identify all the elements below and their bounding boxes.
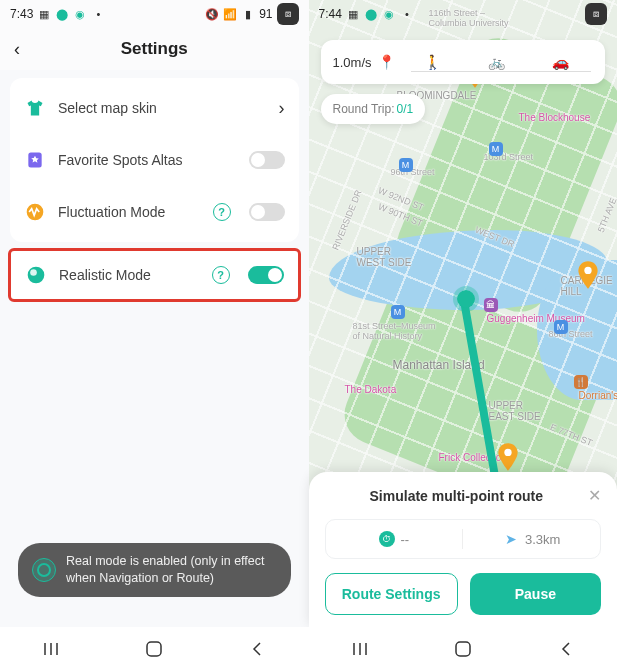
settings-list: Select map skin › Favorite Spots Altas F… — [10, 78, 299, 242]
button-label: Pause — [515, 586, 556, 602]
nav-back[interactable] — [555, 638, 577, 660]
metro-icon: M — [554, 320, 568, 334]
svg-point-3 — [30, 269, 37, 276]
highlight-realistic-mode: Realistic Mode ? — [8, 248, 301, 302]
map-label: UPPER EAST SIDE — [489, 400, 541, 422]
map-label: Guggenheim Museum — [487, 313, 585, 324]
help-icon[interactable]: ? — [212, 266, 230, 284]
location-icon: ⬤ — [55, 7, 69, 21]
status-bar: 7:44 ▦ ⬤ ◉ • ⧇ — [309, 0, 618, 28]
toast-icon — [32, 558, 56, 582]
app-icon: ◉ — [382, 7, 396, 21]
walk-icon[interactable]: 🚶 — [424, 54, 441, 70]
row-realistic[interactable]: Realistic Mode ? — [11, 251, 298, 299]
screenshot-icon: ⧇ — [585, 3, 607, 25]
help-icon[interactable]: ? — [213, 203, 231, 221]
row-favorite-spots[interactable]: Favorite Spots Altas — [10, 134, 299, 186]
trip-value: 0/1 — [397, 102, 414, 116]
panel-title: Simulate multi-point route — [325, 488, 589, 504]
realistic-toggle[interactable] — [248, 266, 284, 284]
svg-point-6 — [584, 267, 591, 274]
museum-icon: 🏛 — [484, 298, 498, 312]
status-time: 7:43 — [10, 7, 33, 21]
toast-text: Real mode is enabled (only in effect whe… — [66, 553, 277, 587]
panel-stats: ⏱ -- ➤ 3.3km — [325, 519, 602, 559]
mute-icon: 🔇 — [205, 7, 219, 21]
row-label: Select map skin — [58, 100, 267, 116]
car-icon[interactable]: 🚗 — [552, 54, 569, 70]
metro-icon: M — [391, 305, 405, 319]
row-label: Fluctuation Mode — [58, 204, 201, 220]
speed-card[interactable]: 1.0m/s 📍 🚶 🚲 🚗 — [321, 40, 606, 84]
button-label: Route Settings — [342, 586, 441, 602]
svg-rect-8 — [456, 642, 470, 656]
svg-point-7 — [504, 449, 511, 456]
settings-screen: 7:43 ▦ ⬤ ◉ • 🔇 📶 ▮ 91 ⧇ ‹ Settings Selec… — [0, 0, 309, 671]
route-settings-button[interactable]: Route Settings — [325, 573, 458, 615]
round-trip-card[interactable]: Round Trip: 0/1 — [321, 94, 426, 124]
row-map-skin[interactable]: Select map skin › — [10, 82, 299, 134]
more-icon: • — [400, 7, 414, 21]
favorite-toggle[interactable] — [249, 151, 285, 169]
route-panel: Simulate multi-point route ✕ ⏱ -- ➤ 3.3k… — [309, 472, 618, 627]
battery-text: 91 — [259, 7, 272, 21]
header: ‹ Settings — [0, 28, 309, 70]
map-label: 81st Street–Museum of Natural History — [353, 321, 436, 341]
status-bar: 7:43 ▦ ⬤ ◉ • 🔇 📶 ▮ 91 ⧇ — [0, 0, 309, 28]
speed-value: 1.0m/s — [333, 55, 372, 70]
nav-bar — [309, 627, 618, 671]
map-label: Dorrian's — [579, 390, 618, 401]
map-label: The Blockhouse — [519, 112, 591, 123]
clock-icon: ⏱ — [379, 531, 395, 547]
chevron-right-icon: › — [279, 98, 285, 119]
fluctuation-icon — [24, 201, 46, 223]
pause-button[interactable]: Pause — [470, 573, 601, 615]
pin-icon: 📍 — [378, 54, 395, 70]
bike-icon[interactable]: 🚲 — [488, 54, 505, 70]
app-icon: ◉ — [73, 7, 87, 21]
realistic-icon — [25, 264, 47, 286]
toast: Real mode is enabled (only in effect whe… — [18, 543, 291, 597]
fluctuation-toggle[interactable] — [249, 203, 285, 221]
distance-value: 3.3km — [525, 532, 560, 547]
nav-recent[interactable] — [40, 638, 62, 660]
travel-modes: 🚶 🚲 🚗 — [401, 54, 593, 70]
favorite-icon — [24, 149, 46, 171]
shirt-icon — [24, 97, 46, 119]
page-title: Settings — [14, 39, 295, 59]
nav-home[interactable] — [143, 638, 165, 660]
nav-back[interactable] — [246, 638, 268, 660]
location-icon: ⬤ — [364, 7, 378, 21]
stat-duration: ⏱ -- — [326, 531, 463, 547]
row-label: Favorite Spots Altas — [58, 152, 237, 168]
metro-icon: M — [399, 158, 413, 172]
food-icon: 🍴 — [574, 375, 588, 389]
map-screen: 116th Street – Columbia University BLOOM… — [309, 0, 618, 671]
stat-distance: ➤ 3.3km — [463, 531, 600, 547]
svg-point-2 — [28, 267, 45, 284]
trip-label: Round Trip: — [333, 102, 395, 116]
more-icon: • — [91, 7, 105, 21]
map-label: 96th Street — [391, 167, 435, 177]
signal-icon: ▮ — [241, 7, 255, 21]
map-label: UPPER WEST SIDE — [357, 246, 412, 268]
map-label: The Dakota — [345, 384, 397, 395]
wifi-icon: 📶 — [223, 7, 237, 21]
nav-bar — [0, 627, 309, 671]
map-pin-end[interactable] — [497, 443, 519, 471]
status-time: 7:44 — [319, 7, 342, 21]
nav-arrow-icon: ➤ — [503, 531, 519, 547]
nav-home[interactable] — [452, 638, 474, 660]
gallery-icon: ▦ — [37, 7, 51, 21]
metro-icon: M — [489, 142, 503, 156]
gallery-icon: ▦ — [346, 7, 360, 21]
map-pin[interactable] — [577, 261, 599, 289]
nav-recent[interactable] — [349, 638, 371, 660]
row-label: Realistic Mode — [59, 267, 200, 283]
close-icon[interactable]: ✕ — [588, 486, 601, 505]
screenshot-icon: ⧇ — [277, 3, 299, 25]
row-fluctuation[interactable]: Fluctuation Mode ? — [10, 186, 299, 238]
svg-rect-4 — [147, 642, 161, 656]
duration-value: -- — [401, 532, 410, 547]
